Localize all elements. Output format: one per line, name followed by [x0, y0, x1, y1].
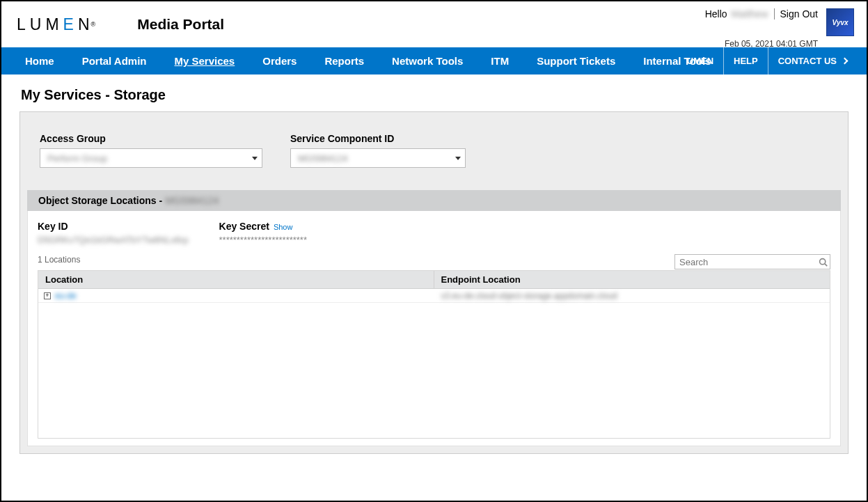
service-component-select[interactable]: MG5984124	[290, 148, 466, 168]
key-secret-label: Key Secret Show	[219, 221, 307, 232]
key-id-block: Key ID D5GRKv7Qe1bGRwATbYTw8NLx6rp	[38, 221, 189, 245]
caret-down-icon	[252, 157, 258, 160]
nav-portal-admin[interactable]: Portal Admin	[68, 47, 161, 74]
nav-support-tickets[interactable]: Support Tickets	[523, 47, 629, 74]
key-secret-value: *************************	[219, 235, 307, 245]
key-secret-block: Key Secret Show ************************…	[219, 221, 307, 245]
cell-endpoint: s3.eu-de.cloud-object-storage.appdomain.…	[434, 291, 830, 301]
access-group-block: Access Group Perform Group	[40, 133, 262, 168]
search-icon[interactable]	[816, 255, 830, 269]
table-row[interactable]: + eu-de s3.eu-de.cloud-object-storage.ap…	[38, 289, 830, 303]
key-id-value: D5GRKv7Qe1bGRwATbYTw8NLx6rp	[38, 235, 189, 245]
nav-orders[interactable]: Orders	[248, 47, 310, 74]
storage-panel-title: Object Storage Locations -	[38, 195, 162, 206]
storage-panel-id: MG5984124	[165, 195, 219, 206]
nav-my-services[interactable]: My Services	[160, 47, 248, 74]
location-link[interactable]: eu-de	[55, 291, 77, 301]
service-component-value: MG5984124	[298, 153, 348, 164]
nav-itm[interactable]: ITM	[477, 47, 523, 74]
access-group-label: Access Group	[40, 133, 262, 144]
nav-reports[interactable]: Reports	[310, 47, 378, 74]
sign-out-link[interactable]: Sign Out	[780, 8, 818, 19]
storage-panel-header: Object Storage Locations - MG5984124	[27, 190, 841, 211]
service-component-label: Service Component ID	[290, 133, 466, 144]
expand-icon[interactable]: +	[44, 292, 51, 299]
divider-icon	[774, 8, 775, 19]
header: LUMEN® Media Portal Hello Matthew Sign O…	[1, 1, 867, 47]
search-input[interactable]	[675, 257, 816, 267]
nav-home[interactable]: Home	[11, 47, 68, 74]
cell-location: + eu-de	[38, 291, 434, 301]
key-row: Key ID D5GRKv7Qe1bGRwATbYTw8NLx6rp Key S…	[38, 221, 830, 245]
caret-down-icon	[455, 157, 461, 160]
greeting-name: Matthew	[732, 8, 768, 19]
greeting: Hello Matthew Sign Out	[705, 8, 818, 19]
nav-network-tools[interactable]: Network Tools	[378, 47, 477, 74]
header-right: Hello Matthew Sign Out Vyvx Feb 05, 2021…	[705, 8, 854, 49]
storage-panel-wrapper: Object Storage Locations - MG5984124 Key…	[27, 190, 841, 446]
nav-left: Home Portal Admin My Services Orders Rep…	[11, 47, 725, 74]
nav-contact-us[interactable]: CONTACT US	[768, 47, 857, 74]
navbar: Home Portal Admin My Services Orders Rep…	[1, 47, 867, 74]
chevron-right-icon	[842, 58, 849, 65]
vyvx-logo: Vyvx	[826, 8, 854, 36]
col-endpoint[interactable]: Endpoint Location	[434, 274, 830, 285]
page-title: My Services - Storage	[1, 74, 867, 111]
table-header: Location Endpoint Location	[38, 271, 830, 289]
lumen-logo: LUMEN®	[17, 15, 95, 34]
svg-line-1	[824, 263, 826, 265]
locations-table: Location Endpoint Location + eu-de s3.eu…	[38, 270, 830, 439]
col-location[interactable]: Location	[38, 271, 434, 288]
greeting-prefix: Hello	[705, 8, 727, 19]
selects-row: Access Group Perform Group Service Compo…	[27, 133, 841, 168]
show-secret-link[interactable]: Show	[274, 223, 293, 231]
portal-title: Media Portal	[137, 16, 224, 33]
nav-right: UMEN HELP CONTACT US	[677, 47, 857, 74]
key-id-label: Key ID	[38, 221, 189, 232]
access-group-select[interactable]: Perform Group	[40, 148, 262, 168]
svg-point-0	[819, 258, 825, 264]
access-group-value: Perform Group	[47, 153, 107, 164]
nav-umen[interactable]: UMEN	[677, 47, 723, 74]
table-body[interactable]: + eu-de s3.eu-de.cloud-object-storage.ap…	[38, 289, 830, 438]
storage-panel-body: Key ID D5GRKv7Qe1bGRwATbYTw8NLx6rp Key S…	[27, 211, 841, 446]
nav-help[interactable]: HELP	[723, 47, 768, 74]
nav-contact-label: CONTACT US	[778, 56, 837, 66]
service-component-block: Service Component ID MG5984124	[290, 133, 466, 168]
main-panel: Access Group Perform Group Service Compo…	[19, 111, 849, 454]
search-box[interactable]	[674, 254, 830, 269]
